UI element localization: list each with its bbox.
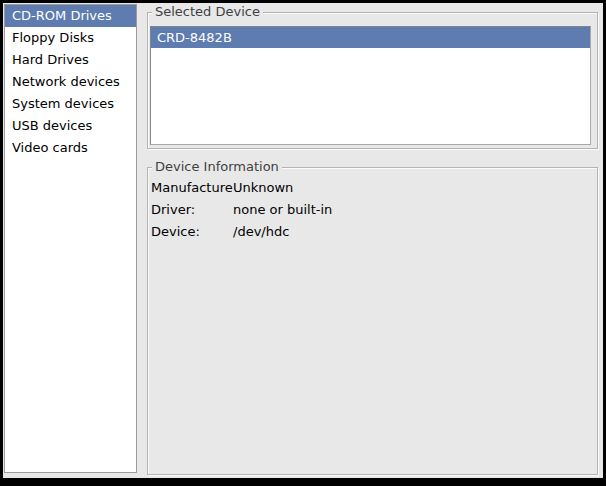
device-information-frame-title: Device Information bbox=[152, 159, 282, 175]
device-item-crd-8482b[interactable]: CRD-8482B bbox=[151, 27, 590, 48]
device-information-frame: Device Information Manufacturer: Unknown… bbox=[147, 167, 598, 475]
hardware-category-list: CD-ROM Drives Floppy Disks Hard Drives N… bbox=[4, 4, 137, 473]
category-item-system-devices[interactable]: System devices bbox=[5, 93, 136, 115]
category-item-usb-devices[interactable]: USB devices bbox=[5, 115, 136, 137]
selected-device-frame: Selected Device CRD-8482B bbox=[147, 12, 598, 149]
driver-label: Driver: bbox=[151, 199, 233, 221]
category-item-video-cards[interactable]: Video cards bbox=[5, 137, 136, 159]
manufacturer-label: Manufacturer: bbox=[151, 177, 233, 199]
driver-value: none or built-in bbox=[233, 199, 594, 221]
selected-device-frame-title: Selected Device bbox=[152, 4, 263, 20]
info-row-driver: Driver: none or built-in bbox=[151, 199, 594, 221]
category-item-cdrom-drives[interactable]: CD-ROM Drives bbox=[5, 5, 136, 27]
hardware-browser-window: CD-ROM Drives Floppy Disks Hard Drives N… bbox=[0, 0, 606, 486]
device-information-fields: Manufacturer: Unknown Driver: none or bu… bbox=[151, 177, 594, 243]
device-value: /dev/hdc bbox=[233, 221, 594, 243]
category-item-floppy-disks[interactable]: Floppy Disks bbox=[5, 27, 136, 49]
info-row-device: Device: /dev/hdc bbox=[151, 221, 594, 243]
manufacturer-value: Unknown bbox=[233, 177, 594, 199]
category-item-hard-drives[interactable]: Hard Drives bbox=[5, 49, 136, 71]
info-row-manufacturer: Manufacturer: Unknown bbox=[151, 177, 594, 199]
selected-device-list: CRD-8482B bbox=[150, 26, 591, 145]
device-label: Device: bbox=[151, 221, 233, 243]
category-item-network-devices[interactable]: Network devices bbox=[5, 71, 136, 93]
